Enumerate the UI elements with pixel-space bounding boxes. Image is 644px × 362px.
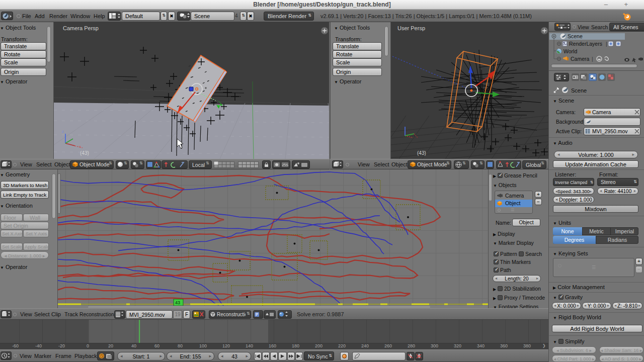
svg-text:World: World bbox=[564, 48, 577, 54]
svg-text:RenderLayers: RenderLayers bbox=[569, 41, 602, 47]
svg-text:(43): (43) bbox=[80, 150, 89, 156]
svg-text:Scene: Scene bbox=[568, 33, 583, 39]
svg-text:(43): (43) bbox=[417, 150, 426, 156]
svg-text:43: 43 bbox=[175, 300, 180, 305]
svg-text:|: | bbox=[606, 41, 607, 47]
svg-text:Camera Persp: Camera Persp bbox=[63, 25, 99, 31]
svg-text:User Persp: User Persp bbox=[397, 25, 425, 31]
svg-text:z: z bbox=[62, 129, 64, 134]
svg-text:x: x bbox=[79, 144, 81, 149]
svg-text:|: | bbox=[592, 56, 593, 62]
svg-text:Camera: Camera bbox=[571, 56, 590, 62]
